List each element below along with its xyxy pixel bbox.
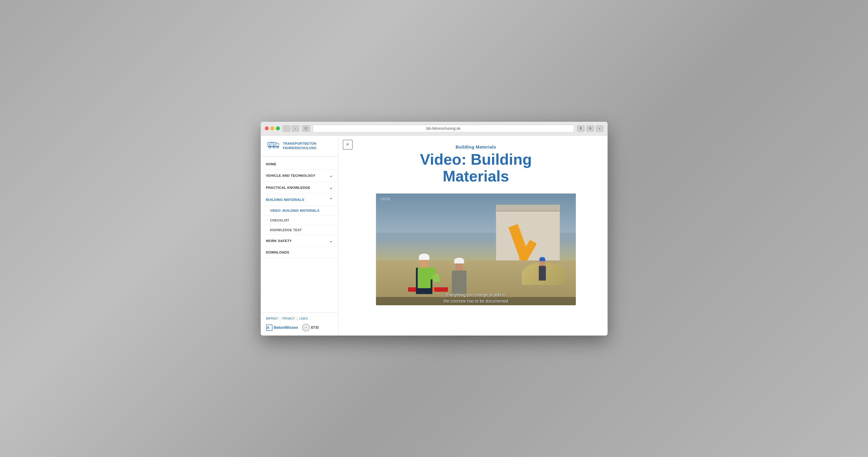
sidebar-item-home[interactable]: HOME	[261, 159, 338, 170]
sidebar-subitem-checklist[interactable]: CHECKLIST	[261, 216, 338, 225]
video-frame: ⊙BTB Everything you change or add to the…	[376, 193, 576, 305]
browser-content: TRANSPORTBETON FAHRERSCHULUNG HOME VEHIC…	[261, 135, 608, 336]
head	[420, 260, 428, 268]
sidebar: TRANSPORTBETON FAHRERSCHULUNG HOME VEHIC…	[261, 135, 339, 336]
back-button[interactable]: ‹	[283, 125, 290, 132]
helmet-white	[419, 253, 429, 260]
browser-chrome: ‹ › ⊡ btb-fahrerschulung.de ⬆ ⧉ +	[261, 122, 608, 135]
imprint-link[interactable]: IMPRINT	[266, 317, 278, 320]
browser-actions: ⬆ ⧉ +	[577, 125, 603, 132]
btb-logo[interactable]: BTB	[302, 324, 319, 331]
new-tab-button[interactable]: ⧉	[586, 125, 594, 132]
sidebar-item-downloads[interactable]: DOWNLOADS	[261, 247, 338, 258]
logo-text: TRANSPORTBETON FAHRERSCHULUNG	[283, 142, 317, 150]
sidebar-nav: HOME VEHICLE AND TECHNOLOGY ⌄ PRACTICAL …	[261, 156, 338, 313]
svg-point-6	[277, 146, 278, 148]
share-button[interactable]: ⬆	[577, 125, 585, 132]
minimize-traffic-light[interactable]	[271, 126, 274, 130]
sidebar-item-vehicle[interactable]: VEHICLE AND TECHNOLOGY ⌄	[261, 170, 338, 182]
content-area: Building Materials Video: Building Mater…	[339, 135, 608, 317]
page-subtitle: Building Materials	[456, 144, 496, 149]
head-far	[540, 261, 545, 266]
sidebar-item-building[interactable]: BUILDING MATERIALS ⌃	[261, 194, 338, 206]
video-scene: ⊙BTB Everything you change or add to the…	[376, 193, 576, 305]
sidebar-logo[interactable]: TRANSPORTBETON FAHRERSCHULUNG	[261, 135, 338, 156]
sidebar-footer: IMPRINT | PRIVACY | LINKS B BetonWissen	[261, 313, 338, 336]
url-text: btb-fahrerschulung.de	[426, 126, 461, 130]
sidebar-subitem-knowledge-test[interactable]: KNOWLEDGE TEST	[261, 225, 338, 235]
close-traffic-light[interactable]	[265, 126, 269, 130]
traffic-lights	[265, 126, 280, 130]
links-link[interactable]: LINKS	[299, 317, 308, 320]
chevron-down-icon: ⌄	[329, 239, 333, 243]
maximize-traffic-light[interactable]	[276, 126, 280, 130]
chevron-down-icon: ⌄	[329, 173, 333, 178]
browser-window: ‹ › ⊡ btb-fahrerschulung.de ⬆ ⧉ +	[261, 122, 608, 336]
forward-button[interactable]: ›	[291, 125, 299, 132]
tablet	[432, 274, 440, 283]
shirt	[452, 271, 466, 294]
building-roof	[496, 205, 560, 211]
svg-point-11	[305, 327, 307, 328]
worker-far	[539, 257, 546, 280]
head-2	[455, 264, 463, 271]
worker-right	[452, 257, 466, 294]
sidebar-toggle-button[interactable]: ⊡	[302, 125, 310, 132]
chevron-down-icon: ⌄	[329, 185, 333, 190]
chevron-up-icon: ⌃	[329, 197, 333, 202]
video-player[interactable]: ⊙BTB Everything you change or add to the…	[376, 193, 576, 305]
url-bar[interactable]: btb-fahrerschulung.de	[313, 125, 574, 132]
footer-logos: B BetonWissen BTB	[266, 324, 333, 331]
nav-buttons: ‹ ›	[283, 125, 299, 132]
video-subtitle: Everything you change or add to the conc…	[443, 292, 508, 304]
svg-text:B: B	[267, 326, 269, 329]
main-content: × Building Materials Video: Building Mat…	[339, 135, 608, 336]
worker-left	[416, 253, 432, 294]
video-subtitle-area: Everything you change or add to the conc…	[376, 297, 576, 305]
privacy-link[interactable]: PRIVACY	[282, 317, 295, 320]
body-far	[539, 266, 546, 280]
close-button[interactable]: ×	[343, 140, 353, 150]
logo-icon	[266, 140, 280, 151]
page-title: Video: Building Materials	[420, 151, 532, 185]
helmet-blue	[539, 257, 545, 261]
sidebar-item-practical[interactable]: PRACTICAL KNOWLEDGE ⌄	[261, 182, 338, 194]
betonwissen-logo[interactable]: B BetonWissen	[266, 324, 298, 331]
add-tab-button[interactable]: +	[596, 125, 603, 132]
footer-links: IMPRINT | PRIVACY | LINKS	[266, 317, 333, 320]
video-watermark: ⊙BTB	[380, 197, 390, 201]
sidebar-item-work-safety[interactable]: WORK SAFETY ⌄	[261, 235, 338, 247]
helmet-white-2	[454, 257, 464, 264]
sidebar-subitem-video-building[interactable]: VIDEO: BUILDING MATERIALS	[261, 206, 338, 216]
